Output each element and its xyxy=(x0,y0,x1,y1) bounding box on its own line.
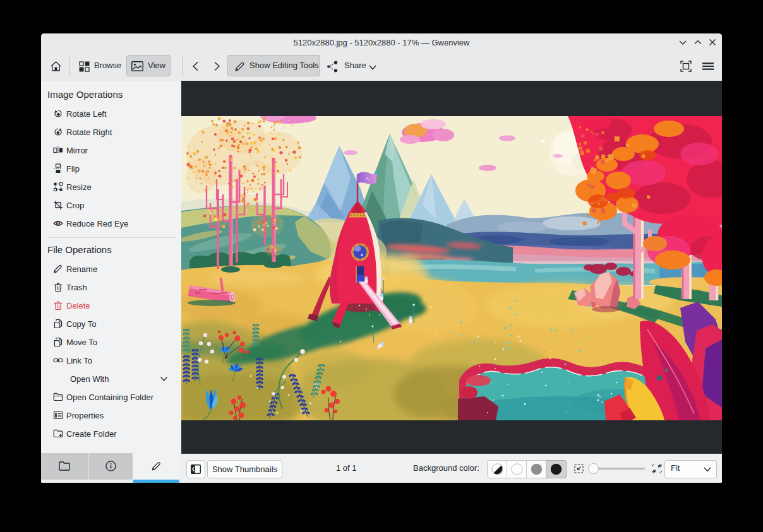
svg-text:K: K xyxy=(366,176,369,180)
